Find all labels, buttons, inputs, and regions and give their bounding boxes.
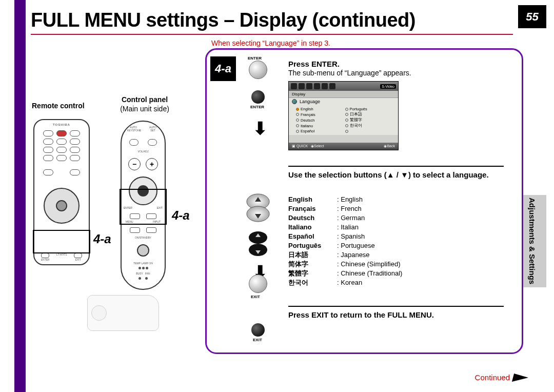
control-panel-label: Control panel — [116, 95, 173, 104]
enter-label-bottom: ENTER — [250, 105, 264, 109]
remote-brand: TOSHIBA — [34, 123, 89, 126]
exit-button-icon — [249, 275, 267, 293]
when-selecting-note: When selecting “Language” in step 3. — [211, 39, 330, 47]
menu-language-label: Language — [300, 99, 320, 104]
page-number: 55 — [518, 5, 546, 28]
languages-table: English: EnglishFrançais: FrenchDeutsch:… — [288, 195, 402, 287]
divider-2 — [288, 306, 504, 307]
selection-button-dark-icon — [245, 228, 271, 259]
left-purple-stripe — [14, 0, 26, 392]
cpanel-callout-box — [120, 189, 167, 225]
svideo-badge: S-Video — [380, 84, 396, 89]
divider-1 — [288, 166, 504, 167]
control-panel-sub: (Main unit side) — [116, 105, 173, 113]
projector-ghost — [87, 290, 162, 339]
enter-button-dark-icon — [251, 90, 265, 104]
exit-button-dark-icon — [251, 323, 265, 337]
continued-label: Continued — [475, 373, 528, 382]
selection-button-icon — [245, 192, 271, 223]
remote-control-label: Remote control — [32, 102, 85, 110]
title-underline — [31, 34, 513, 35]
svg-point-4 — [249, 231, 267, 244]
menu-display-section: Display — [289, 91, 398, 98]
step3-title: Press EXIT to return to the FULL MENU. — [288, 310, 434, 319]
svg-point-6 — [249, 244, 267, 256]
step2-title: Use the selection buttons (▲ / ▼) to sel… — [288, 170, 504, 180]
globe-icon — [292, 99, 297, 104]
side-tab-text: Adjustments & Settings — [528, 198, 537, 284]
language-menu-screenshot: S-Video Display Language EnglishPortuguê… — [288, 81, 399, 150]
enter-button-icon — [249, 61, 267, 79]
arrow-down-icon: ⬇ — [253, 118, 267, 139]
enter-label-top: ENTER — [248, 56, 262, 61]
remote-callout-4a: 4-a — [93, 232, 111, 246]
page-title: FULL MENU settings – Display (continued) — [31, 9, 416, 31]
continued-arrow-icon — [512, 374, 529, 382]
step1-subtitle: The sub-menu of “Language” appears. — [288, 69, 411, 77]
step-badge: 4-a — [210, 56, 236, 81]
exit-label-top: EXIT — [251, 295, 260, 299]
remote-callout-box — [33, 230, 90, 253]
exit-label-bottom: EXIT — [253, 338, 262, 342]
cpanel-callout-4a: 4-a — [172, 208, 190, 223]
step1-title: Press ENTER. — [288, 60, 340, 68]
